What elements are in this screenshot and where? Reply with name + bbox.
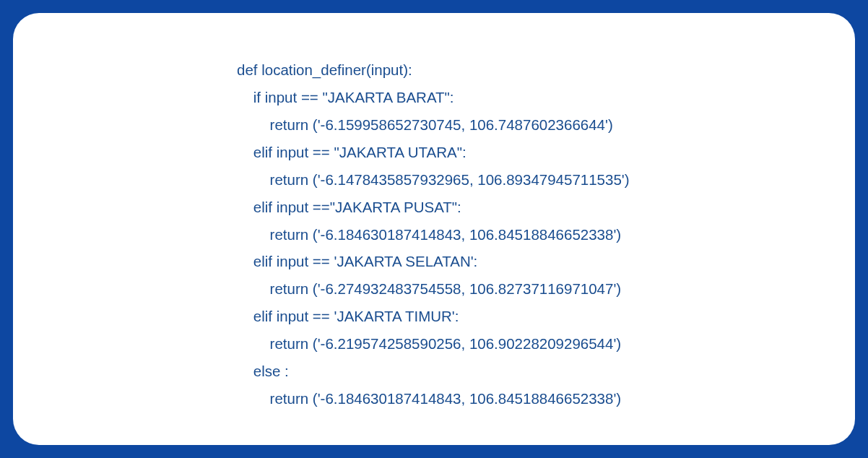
code-line: elif input =="JAKARTA PUSAT": bbox=[237, 199, 461, 215]
code-block: def location_definer(input): if input ==… bbox=[237, 56, 826, 412]
code-line: return ('-6.274932483754558, 106.8273711… bbox=[237, 280, 621, 297]
code-line: return ('-6.1478435857932965, 106.893479… bbox=[237, 171, 630, 188]
code-card: def location_definer(input): if input ==… bbox=[13, 13, 855, 445]
code-line: elif input == 'JAKARTA TIMUR': bbox=[237, 308, 459, 324]
code-line: else : bbox=[237, 363, 289, 379]
code-line: def location_definer(input): bbox=[237, 61, 412, 78]
code-line: return ('-6.184630187414843, 106.8451884… bbox=[237, 226, 621, 243]
code-line: elif input == "JAKARTA UTARA": bbox=[237, 144, 466, 160]
code-line: return ('-6.184630187414843, 106.8451884… bbox=[237, 390, 621, 407]
code-line: if input == "JAKARTA BARAT": bbox=[237, 89, 454, 105]
code-line: return ('-6.219574258590256, 106.9022820… bbox=[237, 335, 621, 352]
code-line: elif input == 'JAKARTA SELATAN': bbox=[237, 253, 477, 269]
code-line: return ('-6.159958652730745, 106.7487602… bbox=[237, 116, 613, 133]
